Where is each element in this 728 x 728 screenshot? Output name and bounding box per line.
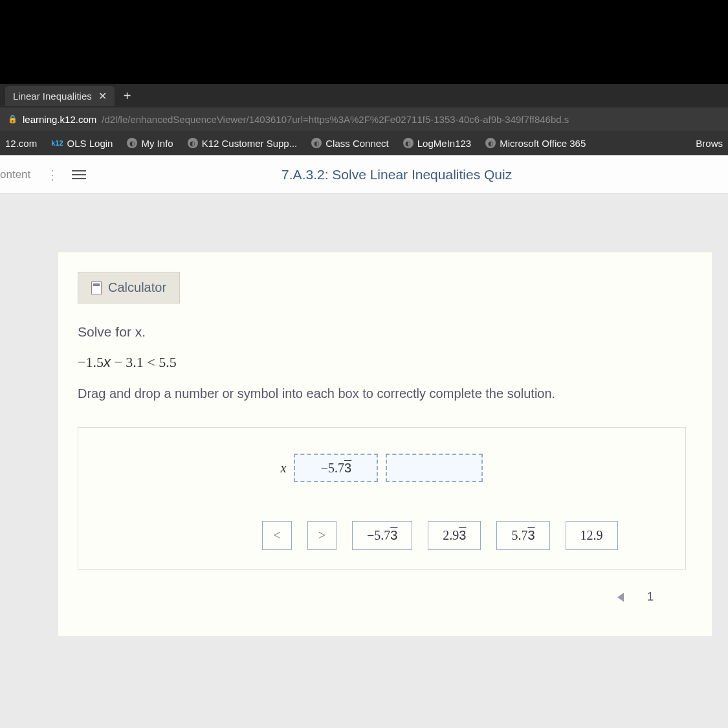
question-equation: −1.5x − 3.1 < 5.5 <box>78 354 686 371</box>
bookmark-label: Brows <box>696 138 723 149</box>
nav-content-label[interactable]: ontent <box>0 168 41 181</box>
globe-icon: ◐ <box>403 138 414 148</box>
bookmark-label: OLS Login <box>67 138 113 149</box>
choice-neg-5-73[interactable]: −5.73 <box>352 521 412 550</box>
page-number: 1 <box>646 590 654 603</box>
browser-tab[interactable]: Linear Inequalities ✕ <box>5 86 115 106</box>
content-area: Calculator Solve for x. −1.5x − 3.1 < 5.… <box>0 194 728 728</box>
tab-bar: Linear Inequalities ✕ + <box>0 84 728 107</box>
tab-title: Linear Inequalities <box>13 91 92 102</box>
bookmark-ols-login[interactable]: k12 OLS Login <box>51 138 113 149</box>
window-black-area <box>0 0 728 84</box>
more-icon[interactable]: ⋮ <box>41 167 64 182</box>
drop-target-1[interactable]: −5.73 <box>294 454 378 482</box>
bookmark-label: Microsoft Office 365 <box>500 138 586 149</box>
bookmark-label: K12 Customer Supp... <box>202 138 298 149</box>
choice-2-93[interactable]: 2.93 <box>428 521 481 550</box>
choice-5-73[interactable]: 5.73 <box>496 521 549 550</box>
quiz-card: Calculator Solve for x. −1.5x − 3.1 < 5.… <box>58 252 712 636</box>
globe-icon: ◐ <box>311 138 322 148</box>
page-content: ontent ⋮ 7.A.3.2: Solve Linear Inequalit… <box>0 155 728 728</box>
browser-chrome: Linear Inequalities ✕ + 🔒 learning.k12.c… <box>0 84 728 155</box>
url-path: /d2l/le/enhancedSequenceViewer/14036107u… <box>102 114 569 125</box>
bookmarks-bar: 12.com k12 OLS Login ◐ My Info ◐ K12 Cus… <box>0 131 728 155</box>
page-header: ontent ⋮ 7.A.3.2: Solve Linear Inequalit… <box>0 155 728 194</box>
question-prompt: Solve for x. <box>78 324 686 340</box>
drop-target-2[interactable] <box>386 454 483 482</box>
bookmark-label: My Info <box>141 138 173 149</box>
page-title: 7.A.3.2: Solve Linear Inequalities Quiz <box>94 167 725 182</box>
question-instruction: Drag and drop a number or symbol into ea… <box>78 386 686 401</box>
answer-row: x −5.73 <box>281 454 483 482</box>
prev-arrow-icon[interactable] <box>617 593 624 602</box>
choice-12-9[interactable]: 12.9 <box>566 521 618 550</box>
k12-icon: k12 <box>51 139 63 147</box>
bookmark-my-info[interactable]: ◐ My Info <box>127 138 173 149</box>
choice-less-than[interactable]: < <box>262 521 291 550</box>
globe-icon: ◐ <box>127 138 137 148</box>
bookmark-class-connect[interactable]: ◐ Class Connect <box>311 138 389 149</box>
choice-greater-than[interactable]: > <box>307 521 336 550</box>
bookmark-12com[interactable]: 12.com <box>5 138 37 149</box>
pager: 1 <box>78 570 686 604</box>
url-domain: learning.k12.com <box>23 114 96 125</box>
bookmark-label: Class Connect <box>325 138 389 149</box>
calculator-label: Calculator <box>108 280 166 295</box>
bookmark-office365[interactable]: ◐ Microsoft Office 365 <box>485 138 586 149</box>
choices-row: < > −5.73 2.93 5.73 12.9 <box>262 521 617 550</box>
calculator-icon <box>91 281 102 294</box>
globe-icon: ◐ <box>188 138 198 148</box>
bookmark-k12-support[interactable]: ◐ K12 Customer Supp... <box>188 138 298 149</box>
bookmark-label: LogMeIn123 <box>417 138 471 149</box>
bookmark-brows[interactable]: Brows <box>696 138 723 149</box>
bookmark-label: 12.com <box>5 138 37 149</box>
globe-icon: ◐ <box>485 138 496 148</box>
close-icon[interactable]: ✕ <box>98 90 107 102</box>
x-variable-label: x <box>281 461 287 476</box>
calculator-button[interactable]: Calculator <box>78 272 180 303</box>
bookmark-logmein[interactable]: ◐ LogMeIn123 <box>403 138 471 149</box>
address-bar[interactable]: 🔒 learning.k12.com /d2l/le/enhancedSeque… <box>0 107 728 131</box>
menu-icon[interactable] <box>64 170 94 179</box>
new-tab-button[interactable]: + <box>115 89 140 104</box>
answer-area: x −5.73 < > −5.73 2.93 5.73 12.9 <box>78 427 686 570</box>
lock-icon: 🔒 <box>8 115 17 124</box>
